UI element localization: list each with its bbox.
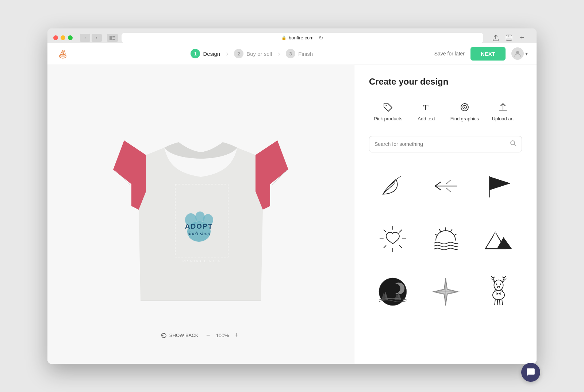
- user-avatar-group[interactable]: ▾: [511, 47, 528, 60]
- chat-button[interactable]: [521, 363, 540, 382]
- add-text-button[interactable]: T Add text: [407, 97, 446, 126]
- forward-button[interactable]: ›: [92, 34, 102, 42]
- graphic-pennant[interactable]: [475, 163, 522, 210]
- svg-line-34: [399, 230, 402, 232]
- right-panel: Create your design Pick products: [354, 65, 537, 364]
- traffic-lights: [53, 35, 73, 40]
- svg-point-46: [494, 280, 503, 291]
- svg-point-48: [500, 284, 501, 285]
- svg-line-52: [497, 300, 497, 305]
- svg-rect-0: [110, 36, 112, 40]
- graphic-heart-sun[interactable]: [369, 216, 416, 263]
- fullscreen-button[interactable]: [68, 35, 73, 40]
- svg-rect-6: [508, 35, 508, 37]
- svg-line-26: [446, 180, 450, 184]
- url-bar[interactable]: 🔒 bonfire.com ↻: [122, 33, 483, 43]
- zoom-out-button[interactable]: −: [204, 331, 212, 339]
- refresh-icon[interactable]: ↻: [319, 35, 323, 41]
- svg-point-49: [497, 286, 500, 288]
- sidebar-button[interactable]: [107, 34, 118, 42]
- find-graphics-button[interactable]: Find graphics: [446, 97, 484, 126]
- step-progress: 1 Design › 2 Buy or sell › 3 Finish: [69, 49, 434, 58]
- svg-text:ADOPT: ADOPT: [185, 222, 213, 230]
- svg-point-9: [516, 51, 519, 54]
- svg-rect-3: [112, 39, 115, 40]
- step-3-number: 3: [286, 49, 295, 58]
- back-button[interactable]: ‹: [80, 34, 90, 42]
- svg-line-38: [450, 229, 452, 232]
- svg-line-33: [383, 230, 386, 232]
- svg-rect-5: [506, 37, 512, 37]
- upload-art-button[interactable]: Upload art: [484, 97, 522, 126]
- step-2-number: 2: [234, 49, 243, 58]
- svg-rect-4: [506, 35, 512, 41]
- save-later-button[interactable]: Save for later: [434, 51, 465, 57]
- svg-line-54: [502, 299, 503, 305]
- panel-title: Create your design: [369, 77, 522, 87]
- canvas-area: PRINTABLE AREA ADOPT don't shop: [47, 65, 354, 364]
- graphic-deer[interactable]: [475, 268, 522, 315]
- tool-buttons: Pick products T Add text: [369, 97, 522, 126]
- zoom-in-button[interactable]: +: [233, 331, 241, 339]
- browser-window: ‹ › 🔒 bonfire.com ↻ +: [47, 28, 537, 364]
- svg-point-8: [61, 55, 65, 57]
- lock-icon: 🔒: [281, 35, 287, 40]
- nav-buttons: ‹ ›: [80, 34, 102, 42]
- svg-text:T: T: [423, 103, 429, 112]
- new-tab-button[interactable]: [504, 34, 514, 42]
- svg-point-18: [386, 105, 387, 106]
- user-avatar: [511, 47, 524, 60]
- zoom-controls: − 100% +: [204, 331, 241, 339]
- svg-line-51: [495, 299, 495, 305]
- browser-titlebar: ‹ › 🔒 bonfire.com ↻ +: [47, 28, 537, 43]
- svg-line-35: [383, 245, 386, 248]
- pick-products-button[interactable]: Pick products: [369, 97, 407, 126]
- find-graphics-label: Find graphics: [450, 116, 479, 121]
- svg-line-24: [396, 176, 401, 179]
- show-back-label: SHOW BACK: [169, 333, 198, 338]
- tag-icon: [382, 101, 394, 113]
- svg-line-27: [446, 188, 450, 192]
- next-button[interactable]: NEXT: [470, 47, 506, 61]
- bonfire-logo[interactable]: [56, 47, 69, 60]
- nav-right: Save for later NEXT ▾: [434, 47, 528, 61]
- svg-point-23: [511, 141, 515, 145]
- step-2-label: Buy or sell: [246, 51, 272, 57]
- svg-rect-2: [112, 38, 115, 38]
- graphic-arrow[interactable]: [422, 163, 469, 210]
- svg-point-47: [496, 284, 497, 285]
- svg-point-50: [492, 290, 504, 299]
- tshirt-preview[interactable]: PRINTABLE AREA ADOPT don't shop: [102, 89, 299, 323]
- top-navigation: 1 Design › 2 Buy or sell › 3 Finish Save…: [47, 43, 537, 65]
- step-design[interactable]: 1 Design: [191, 49, 220, 58]
- graphic-leaf[interactable]: [369, 163, 416, 210]
- avatar-chevron-icon: ▾: [525, 51, 528, 57]
- upload-art-label: Upload art: [492, 116, 514, 121]
- search-icon: [510, 140, 516, 148]
- step-buy-sell[interactable]: 2 Buy or sell: [234, 49, 272, 58]
- step-finish[interactable]: 3 Finish: [286, 49, 313, 58]
- minimize-button[interactable]: [61, 35, 65, 40]
- share-button[interactable]: [491, 34, 501, 42]
- step-separator-2: ›: [278, 50, 280, 58]
- pick-products-label: Pick products: [374, 116, 402, 121]
- svg-text:PRINTABLE AREA: PRINTABLE AREA: [182, 259, 220, 263]
- close-button[interactable]: [53, 35, 58, 40]
- graphic-star-compass[interactable]: [422, 268, 469, 315]
- graphic-sun-waves[interactable]: [422, 216, 469, 263]
- graphic-mountains[interactable]: [475, 216, 522, 263]
- show-back-button[interactable]: SHOW BACK: [161, 333, 198, 338]
- step-3-label: Finish: [298, 51, 313, 57]
- browser-actions: +: [491, 34, 527, 42]
- graphic-night-scene[interactable]: [369, 268, 416, 315]
- text-icon: T: [420, 101, 432, 113]
- canvas-controls: SHOW BACK − 100% +: [161, 331, 241, 339]
- url-text: bonfire.com: [289, 35, 314, 40]
- target-icon: [459, 101, 470, 113]
- search-input[interactable]: [374, 141, 506, 147]
- add-tab-button[interactable]: +: [517, 34, 527, 42]
- graphics-grid: [369, 163, 522, 315]
- svg-rect-1: [112, 36, 115, 37]
- search-bar[interactable]: [369, 136, 522, 152]
- main-content: PRINTABLE AREA ADOPT don't shop: [47, 65, 537, 364]
